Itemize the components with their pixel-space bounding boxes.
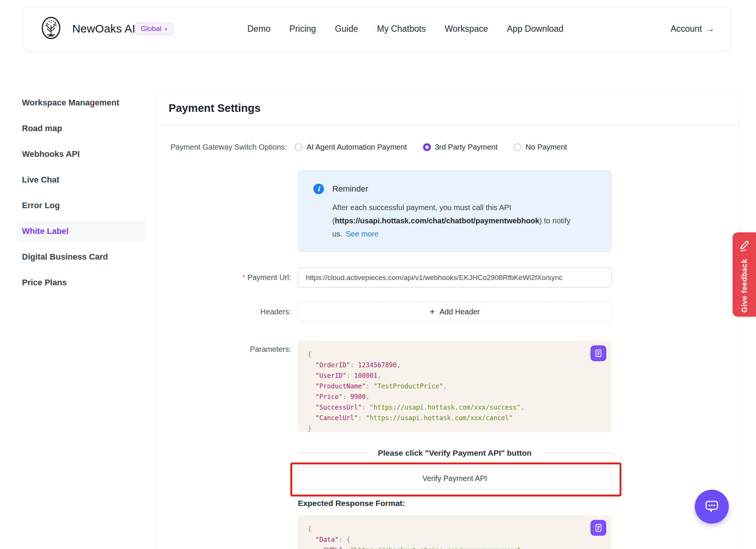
reminder-body: After each successful payment, you must … — [332, 201, 593, 241]
payment-url-input[interactable] — [298, 268, 612, 288]
brand-home-link[interactable]: NewOaks AI — [39, 16, 135, 42]
radio-circle-icon — [294, 143, 302, 151]
sidebar-item-error-log[interactable]: Error Log — [17, 195, 147, 216]
add-header-button[interactable]: + Add Header — [298, 302, 612, 322]
parameters-code: { "OrderID": 1234567890, "UserID": 10000… — [308, 349, 602, 434]
top-navbar: NewOaks AI Global ∨ Demo Pricing Guide M… — [23, 7, 731, 51]
document-icon — [594, 523, 603, 532]
pencil-icon — [738, 240, 750, 253]
radio-ai-agent-automation-payment[interactable]: AI Agent Automation Payment — [294, 143, 407, 152]
sidebar: Workspace Management Road map Webhooks A… — [17, 92, 147, 298]
webhook-api-url: https://usapi.hottask.com/chat/chatbot/p… — [335, 217, 539, 225]
reminder-title: Reminder — [332, 184, 368, 194]
reminder-alert: i Reminder After each successful payment… — [298, 170, 612, 252]
chat-bubble-icon — [702, 497, 722, 517]
brand-name: NewOaks AI — [72, 22, 135, 35]
parameters-code-block: { "OrderID": 1234567890, "UserID": 10000… — [298, 341, 612, 432]
payment-settings-card: Payment Settings Payment Gateway Switch … — [156, 91, 739, 549]
radio-label: 3rd Party Payment — [435, 143, 498, 152]
sidebar-item-price-plans[interactable]: Price Plans — [17, 272, 147, 293]
sidebar-item-webhooks-api[interactable]: Webhooks API — [17, 144, 147, 165]
region-selector-value: Global — [141, 25, 161, 33]
radio-label: No Payment — [525, 143, 567, 152]
nav-link-demo[interactable]: Demo — [247, 24, 270, 34]
verify-payment-api-button[interactable]: Verify Payment API — [298, 467, 612, 490]
add-header-label: Add Header — [440, 308, 480, 316]
expected-response-label: Expected Response Format: — [298, 499, 405, 508]
nav-link-workspace[interactable]: Workspace — [445, 24, 488, 34]
headers-label: Headers: — [166, 302, 291, 322]
see-more-link[interactable]: See more — [346, 230, 379, 238]
chevron-down-icon: ∨ — [164, 26, 168, 31]
radio-circle-icon — [513, 143, 521, 151]
chat-widget-button[interactable] — [695, 490, 729, 524]
reminder-header: i Reminder — [313, 184, 596, 194]
nav-link-guide[interactable]: Guide — [335, 24, 358, 34]
sidebar-item-white-label[interactable]: White Label — [17, 221, 147, 242]
expected-response-code: { "Data": { "URL": "https://checkout.str… — [308, 524, 602, 549]
verify-hint-text: Please click "Verify Payment API" button — [378, 448, 532, 458]
nav-link-pricing[interactable]: Pricing — [290, 24, 316, 34]
radio-circle-icon — [423, 143, 431, 151]
give-feedback-label: Give feedback — [740, 259, 749, 312]
nav-link-app-download[interactable]: App Download — [507, 24, 564, 34]
document-icon — [594, 349, 603, 358]
nav-links: Demo Pricing Guide My Chatbots Workspace… — [247, 24, 563, 34]
copy-icon-button[interactable] — [590, 345, 606, 361]
divider-line — [541, 453, 612, 453]
parameters-label: Parameters: — [166, 343, 291, 355]
sidebar-item-live-chat[interactable]: Live Chat — [17, 169, 147, 190]
sidebar-item-road-map[interactable]: Road map — [17, 118, 147, 139]
account-link[interactable]: Account → — [671, 24, 714, 34]
copy-icon-button[interactable] — [590, 520, 606, 536]
plus-icon: + — [430, 307, 435, 316]
gateway-switch-row: Payment Gateway Switch Options: AI Agent… — [170, 139, 567, 155]
gateway-options-label: Payment Gateway Switch Options: — [170, 143, 287, 152]
radio-no-payment[interactable]: No Payment — [513, 143, 567, 152]
radio-3rd-party-payment[interactable]: 3rd Party Payment — [423, 143, 498, 152]
verify-hint-divider: Please click "Verify Payment API" button — [298, 448, 612, 458]
newoaks-logo — [39, 16, 63, 42]
account-label: Account — [671, 24, 702, 34]
payment-url-label: *Payment Url: — [166, 268, 291, 288]
gateway-radio-group: AI Agent Automation Payment 3rd Party Pa… — [294, 143, 567, 152]
give-feedback-tab[interactable]: Give feedback — [733, 232, 756, 317]
sidebar-item-workspace-management[interactable]: Workspace Management — [17, 92, 147, 113]
nav-link-my-chatbots[interactable]: My Chatbots — [377, 24, 426, 34]
expected-response-code-block: { "Data": { "URL": "https://checkout.str… — [298, 515, 612, 549]
region-selector[interactable]: Global ∨ — [135, 23, 173, 35]
page-title: Payment Settings — [169, 102, 260, 114]
info-icon: i — [313, 184, 324, 194]
card-header: Payment Settings — [156, 92, 739, 125]
sidebar-item-digital-business-card[interactable]: Digital Business Card — [17, 246, 147, 268]
divider-line — [298, 453, 368, 453]
required-mark: * — [243, 273, 246, 281]
arrow-right-icon: → — [706, 24, 714, 34]
radio-label: AI Agent Automation Payment — [307, 143, 407, 152]
